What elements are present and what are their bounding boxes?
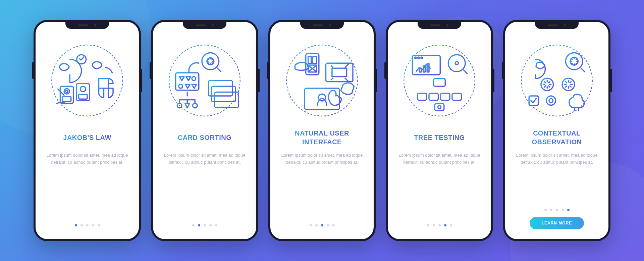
svg-point-18 <box>193 103 197 108</box>
screen-title: CARD SORTING <box>178 133 231 142</box>
page-dot[interactable] <box>92 224 94 226</box>
svg-point-3 <box>64 89 69 94</box>
page-dot[interactable] <box>321 224 323 226</box>
svg-line-6 <box>58 89 64 95</box>
page-dot[interactable] <box>332 224 335 226</box>
phone-notch <box>65 21 109 29</box>
page-indicator <box>310 224 335 226</box>
svg-point-16 <box>179 85 183 89</box>
page-dot[interactable] <box>550 209 552 211</box>
svg-point-46 <box>421 57 423 59</box>
screen-title: TREE TESTING <box>414 133 465 142</box>
svg-rect-5 <box>62 97 71 101</box>
page-dot[interactable] <box>433 224 435 226</box>
svg-point-80 <box>549 99 553 103</box>
page-dot[interactable] <box>567 209 570 211</box>
page-indicator <box>75 224 100 226</box>
svg-line-13 <box>217 67 221 72</box>
phone-side-button <box>502 62 503 79</box>
page-dot[interactable] <box>327 224 329 226</box>
phone-side-button <box>258 69 260 92</box>
page-dot[interactable] <box>444 224 446 226</box>
svg-point-44 <box>415 57 416 59</box>
jakobs-law-icon <box>49 42 126 119</box>
svg-rect-9 <box>79 94 87 99</box>
page-dot[interactable] <box>209 224 212 226</box>
svg-rect-47 <box>419 68 421 72</box>
svg-point-51 <box>455 62 458 65</box>
page-dot[interactable] <box>198 224 200 226</box>
page-dot[interactable] <box>192 224 195 226</box>
screen-description: Lorem ipsum dolor sit amet, mea ad idque… <box>161 152 248 224</box>
svg-rect-65 <box>452 93 462 100</box>
svg-rect-64 <box>440 93 450 100</box>
page-dot[interactable] <box>438 224 441 226</box>
screen-description: Lorem ipsum dolor sit amet, mea ad idque… <box>396 152 483 224</box>
svg-rect-34 <box>313 57 317 64</box>
page-dot[interactable] <box>310 224 312 226</box>
phone-side-button <box>375 69 377 92</box>
svg-rect-62 <box>417 93 427 100</box>
page-dot[interactable] <box>427 224 429 226</box>
page-dot[interactable] <box>98 224 100 226</box>
page-dot[interactable] <box>86 224 89 226</box>
svg-point-45 <box>418 57 420 59</box>
phone-notch <box>535 21 579 29</box>
screen-description: Lorem ipsum dolor sit amet, mea ad idque… <box>278 152 366 224</box>
svg-rect-49 <box>427 63 429 72</box>
page-dot[interactable] <box>544 209 547 211</box>
phone-side-button <box>610 69 612 92</box>
phone-notch <box>300 21 344 29</box>
phone-side-button <box>493 69 494 92</box>
onboarding-screen-2: CARD SORTING Lorem ipsum dolor sit amet,… <box>151 20 258 241</box>
onboarding-screen-3: NATURAL USER INTERFACE Lorem ipsum dolor… <box>268 20 376 241</box>
svg-line-74 <box>580 67 585 72</box>
svg-line-54 <box>463 69 467 74</box>
page-indicator <box>427 224 452 226</box>
svg-rect-33 <box>308 57 311 64</box>
tree-testing-icon <box>401 42 478 119</box>
page-indicator <box>544 209 570 211</box>
phone-side-button <box>141 69 142 92</box>
natural-ui-icon <box>283 42 361 119</box>
page-dot[interactable] <box>75 224 77 226</box>
svg-point-15 <box>192 77 196 81</box>
onboarding-screen-4: TREE TESTING Lorem ipsum dolor sit amet,… <box>386 20 493 241</box>
screen-description: Lorem ipsum dolor sit amet, mea ad idque… <box>44 152 131 224</box>
phone-notch <box>418 21 461 29</box>
onboarding-screen-1: JAKOB'S LAW Lorem ipsum dolor sit amet, … <box>34 20 141 241</box>
phone-side-button <box>150 62 151 79</box>
page-dot[interactable] <box>556 209 558 211</box>
screen-title: CONTEXTUAL OBSERVATION <box>516 129 598 146</box>
page-dot[interactable] <box>204 224 206 226</box>
svg-point-4 <box>66 90 68 93</box>
phone-notch <box>183 21 226 29</box>
phone-side-button <box>32 62 34 79</box>
svg-point-8 <box>80 86 86 92</box>
page-dot[interactable] <box>80 224 83 226</box>
page-indicator <box>192 224 217 226</box>
svg-rect-63 <box>429 93 438 100</box>
page-dot[interactable] <box>450 224 452 226</box>
phone-side-button <box>267 62 269 79</box>
contextual-observation-icon <box>518 42 595 119</box>
phone-side-button <box>384 62 386 79</box>
screen-title: JAKOB'S LAW <box>63 133 111 142</box>
svg-rect-37 <box>332 68 347 76</box>
card-sorting-icon <box>166 42 243 119</box>
svg-rect-36 <box>326 63 353 82</box>
screen-description: Lorem ipsum dolor sit amet, mea ad idque… <box>513 152 600 209</box>
screen-title: NATURAL USER INTERFACE <box>281 129 363 146</box>
page-dot[interactable] <box>561 209 564 211</box>
onboarding-screen-5: CONTEXTUAL OBSERVATION Lorem ipsum dolor… <box>503 20 610 241</box>
page-dot[interactable] <box>215 224 217 226</box>
learn-more-button[interactable]: LEARN MORE <box>530 217 584 229</box>
page-dot[interactable] <box>315 224 318 226</box>
svg-rect-55 <box>434 79 445 86</box>
